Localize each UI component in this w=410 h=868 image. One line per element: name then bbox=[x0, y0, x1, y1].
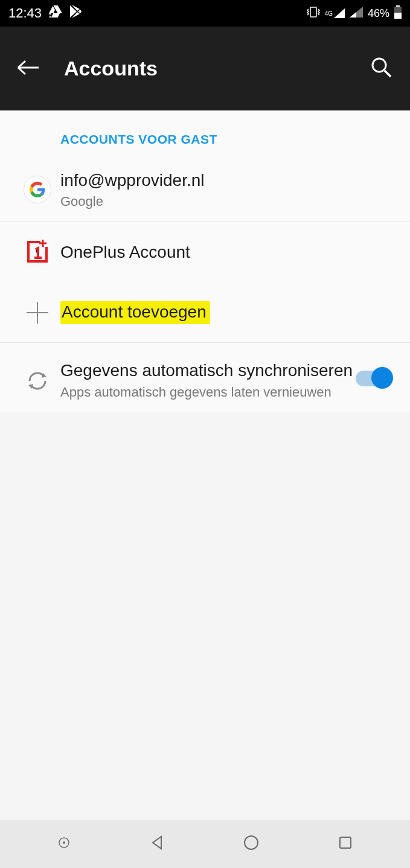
sync-title: Gegevens automatisch synchroniseren bbox=[60, 360, 356, 381]
add-account-row[interactable]: Account toevoegen bbox=[0, 282, 410, 343]
svg-rect-1 bbox=[396, 5, 400, 7]
svg-rect-3 bbox=[394, 13, 402, 19]
svg-rect-0 bbox=[310, 7, 316, 17]
drive-icon bbox=[49, 5, 62, 21]
app-bar: Accounts bbox=[0, 27, 410, 110]
account-row-google[interactable]: info@wpprovider.nl Google bbox=[0, 158, 410, 222]
sync-subtitle: Apps automatisch gegevens laten vernieuw… bbox=[60, 385, 356, 400]
svg-point-7 bbox=[245, 836, 258, 849]
status-time: 12:43 bbox=[8, 5, 42, 21]
nav-home-icon[interactable] bbox=[243, 834, 260, 854]
nav-extra-icon[interactable] bbox=[57, 836, 71, 852]
svg-point-4 bbox=[373, 59, 386, 72]
google-icon bbox=[24, 176, 51, 203]
sync-toggle[interactable] bbox=[356, 371, 391, 386]
svg-rect-8 bbox=[340, 837, 351, 848]
vibrate-icon bbox=[307, 7, 320, 20]
battery-percent: 46% bbox=[368, 7, 389, 20]
account-provider: Google bbox=[60, 194, 396, 209]
svg-point-6 bbox=[63, 841, 65, 844]
oneplus-account-label: OnePlus Account bbox=[60, 241, 396, 263]
nav-recents-icon[interactable] bbox=[338, 835, 353, 852]
search-button[interactable] bbox=[370, 56, 393, 81]
auto-sync-row[interactable]: Gegevens automatisch synchroniseren Apps… bbox=[0, 343, 410, 412]
plus-icon bbox=[25, 301, 50, 325]
signal-4g-icon: 4G bbox=[325, 8, 345, 18]
nav-back-icon[interactable] bbox=[149, 835, 165, 853]
section-header-accounts: ACCOUNTS VOOR GAST bbox=[0, 110, 410, 158]
page-title: Accounts bbox=[64, 57, 158, 80]
oneplus-icon bbox=[25, 238, 50, 266]
sync-icon bbox=[26, 369, 49, 395]
add-account-label: Account toevoegen bbox=[60, 301, 210, 324]
content: ACCOUNTS VOOR GAST info@wpprovider.nl Go… bbox=[0, 110, 410, 412]
account-email: info@wpprovider.nl bbox=[60, 170, 396, 191]
play-store-icon bbox=[69, 5, 82, 22]
battery-icon bbox=[394, 5, 402, 21]
back-button[interactable] bbox=[17, 59, 40, 78]
account-row-oneplus[interactable]: OnePlus Account bbox=[0, 222, 410, 282]
navigation-bar bbox=[0, 820, 410, 868]
signal-icon bbox=[350, 7, 363, 20]
status-left: 12:43 bbox=[8, 5, 82, 22]
status-bar: 12:43 4G 46% bbox=[0, 0, 410, 27]
status-right: 4G 46% bbox=[307, 5, 402, 21]
